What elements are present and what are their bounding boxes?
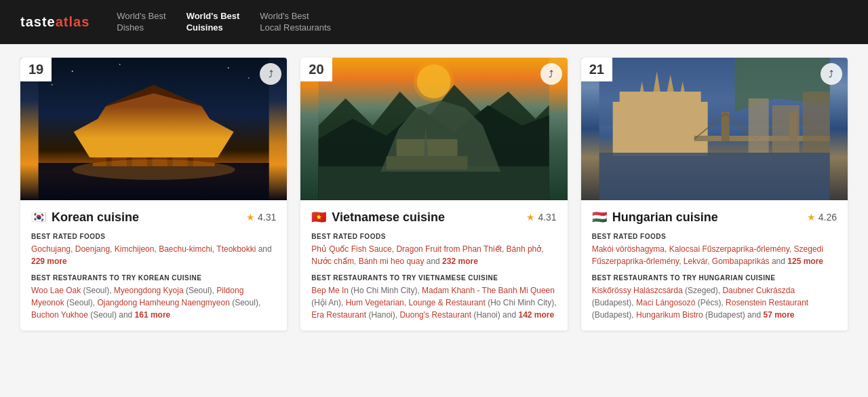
food-link[interactable]: Lekvár [684, 257, 707, 266]
rating-value-vietnamese: 4.31 [538, 212, 556, 223]
card-body-korean: 🇰🇷 Korean cuisine ★ 4.31 BEST RATED FOOD… [20, 200, 287, 330]
food-link[interactable]: Makói vöröshagyma [592, 244, 665, 254]
restaurant-link[interactable]: Hum Vegetarian, Lounge & Restaurant [346, 298, 486, 307]
card-rank-korean: 19 [20, 58, 52, 81]
restaurant-link[interactable]: Kiskőrössy Halászcsárda [592, 286, 683, 295]
card-hungarian: 21 ⤴ 🇭🇺 Hungarian cuisine ★ 4.26 BEST RA… [581, 58, 848, 330]
svg-marker-24 [424, 126, 429, 156]
restaurants-text-korean: Woo Lae Oak (Seoul), Myeongdong Kyoja (S… [31, 284, 276, 321]
rating-value-korean: 4.31 [258, 212, 276, 223]
card-image-korean [20, 58, 287, 200]
restaurant-link[interactable]: Rosenstein Restaurant [726, 298, 808, 307]
restaurants-text-hungarian: Kiskőrössy Halászcsárda (Szeged), Daubne… [592, 284, 837, 321]
nav-item-dishes[interactable]: World's BestDishes [117, 11, 165, 34]
rating-hungarian: ★ 4.26 [807, 212, 837, 223]
food-link[interactable]: Kalocsai Fűszerpaprika-őrlemény [669, 244, 789, 254]
nav-item-cuisines[interactable]: World's BestCuisines [186, 11, 240, 34]
food-link[interactable]: Gochujang [31, 244, 71, 254]
food-link[interactable]: Gombapaprikás [712, 257, 770, 266]
restaurant-link[interactable]: Madam Khanh - The Banh Mi Queen [422, 286, 555, 295]
cuisine-name-korean: Korean cuisine [52, 210, 139, 225]
share-button-hungarian[interactable]: ⤴ [821, 63, 842, 85]
rating-korean: ★ 4.31 [246, 212, 276, 223]
restaurants-more-vietnamese[interactable]: 142 more [518, 310, 554, 320]
cuisine-name-wrapper-hungarian: 🇭🇺 Hungarian cuisine [592, 210, 718, 225]
card-image-hungarian [581, 58, 848, 200]
food-link[interactable]: Dragon Fruit from Phan Thiết [396, 244, 502, 254]
food-link[interactable]: Bánh mi heo quay [359, 257, 425, 266]
restaurant-link[interactable]: Bep Me In [311, 286, 349, 295]
star-icon-korean: ★ [246, 212, 255, 223]
flag-hungarian: 🇭🇺 [592, 210, 607, 225]
svg-point-11 [72, 71, 73, 72]
nav-item-restaurants[interactable]: World's BestLocal Restaurants [260, 11, 331, 34]
cuisine-title-row-korean: 🇰🇷 Korean cuisine ★ 4.31 [31, 210, 276, 225]
svg-point-10 [73, 159, 235, 180]
card-rank-vietnamese: 20 [300, 58, 332, 81]
cuisine-title-row-hungarian: 🇭🇺 Hungarian cuisine ★ 4.26 [592, 210, 837, 225]
foods-text-vietnamese: Phủ Quốc Fish Sauce, Dragon Fruit from P… [311, 243, 556, 267]
restaurant-link[interactable]: Maci Lángosozó [636, 298, 695, 307]
food-link[interactable]: Nước chấm [311, 257, 354, 266]
restaurant-link[interactable]: Ojangdong Hamheung Naengmyeon [97, 298, 229, 307]
svg-rect-27 [612, 102, 707, 156]
svg-point-15 [52, 84, 53, 86]
restaurants-more-hungarian[interactable]: 57 more [763, 310, 794, 320]
foods-label-hungarian: BEST RATED FOODS [592, 233, 837, 240]
restaurants-text-vietnamese: Bep Me In (Ho Chi Minh City), Madam Khan… [311, 284, 556, 321]
restaurants-label-hungarian: BEST RESTAURANTS TO TRY HUNGARIAN CUISIN… [592, 274, 837, 282]
restaurant-link[interactable]: Woo Lae Oak [31, 286, 81, 295]
foods-label-vietnamese: BEST RATED FOODS [311, 233, 556, 240]
card-vietnamese: 20 ⤴ 🇻🇳 Vietnamese cuisine ★ 4.31 BEST R… [300, 58, 567, 330]
svg-rect-28 [619, 92, 701, 105]
foods-more-vietnamese[interactable]: 232 more [442, 257, 478, 266]
star-icon-hungarian: ★ [807, 212, 816, 223]
share-button-vietnamese[interactable]: ⤴ [540, 63, 562, 85]
cuisine-name-vietnamese: Vietnamese cuisine [332, 210, 445, 225]
food-link[interactable]: Phủ Quốc Fish Sauce [311, 244, 391, 254]
foods-text-korean: Gochujang, Doenjang, Kimchijeon, Baechu-… [31, 243, 276, 267]
foods-more-hungarian[interactable]: 125 more [787, 257, 823, 266]
restaurants-label-korean: BEST RESTAURANTS TO TRY KOREAN CUISINE [31, 274, 276, 282]
food-link[interactable]: Doenjang [75, 244, 110, 254]
card-body-vietnamese: 🇻🇳 Vietnamese cuisine ★ 4.31 BEST RATED … [300, 200, 567, 330]
restaurant-link[interactable]: Era Restaurant [311, 310, 366, 320]
svg-point-12 [119, 64, 121, 65]
cuisine-title-row-vietnamese: 🇻🇳 Vietnamese cuisine ★ 4.31 [311, 210, 556, 225]
flag-korean: 🇰🇷 [31, 210, 46, 225]
foods-more-korean[interactable]: 229 more [31, 257, 67, 266]
food-link[interactable]: Baechu-kimchi [159, 244, 212, 254]
svg-rect-21 [319, 166, 549, 200]
svg-rect-9 [188, 126, 193, 166]
svg-rect-44 [802, 92, 829, 153]
food-link[interactable]: Bánh phở [507, 244, 542, 254]
svg-rect-23 [397, 139, 458, 156]
cuisine-name-hungarian: Hungarian cuisine [612, 210, 718, 225]
rating-vietnamese: ★ 4.31 [526, 212, 556, 223]
food-link[interactable]: Tteokbokki [216, 244, 256, 254]
header: tasteatlas World's BestDishes World's Be… [0, 0, 868, 44]
main-nav: World's BestDishes World's BestCuisines … [117, 11, 331, 34]
main-content: 19 ⤴ 🇰🇷 Korean cuisine ★ 4.31 BEST RATED… [0, 44, 868, 344]
restaurant-link[interactable]: Buchon Yukhoe [31, 310, 88, 320]
restaurant-link[interactable]: Myeongdong Kyoja [114, 286, 184, 295]
card-image-wrapper-korean: 19 ⤴ [20, 58, 287, 200]
svg-point-13 [228, 67, 229, 69]
card-korean: 19 ⤴ 🇰🇷 Korean cuisine ★ 4.31 BEST RATED… [20, 58, 287, 330]
food-link[interactable]: Kimchijeon [115, 244, 155, 254]
card-image-wrapper-hungarian: 21 ⤴ [581, 58, 848, 200]
svg-rect-5 [106, 126, 112, 166]
restaurant-link[interactable]: Duong's Restaurant [399, 310, 471, 320]
restaurants-more-korean[interactable]: 161 more [135, 310, 171, 320]
svg-rect-42 [748, 98, 768, 153]
card-body-hungarian: 🇭🇺 Hungarian cuisine ★ 4.26 BEST RATED F… [581, 200, 848, 330]
flag-vietnamese: 🇻🇳 [311, 210, 326, 225]
svg-rect-22 [387, 156, 468, 170]
restaurant-link[interactable]: Hungarikum Bistro [636, 310, 703, 320]
cuisine-name-wrapper-vietnamese: 🇻🇳 Vietnamese cuisine [311, 210, 445, 225]
restaurant-link[interactable]: Daubner Cukrászda [722, 286, 795, 295]
cuisine-name-wrapper-korean: 🇰🇷 Korean cuisine [31, 210, 139, 225]
logo[interactable]: tasteatlas [20, 14, 90, 30]
foods-label-korean: BEST RATED FOODS [31, 233, 276, 240]
svg-rect-40 [599, 153, 829, 200]
